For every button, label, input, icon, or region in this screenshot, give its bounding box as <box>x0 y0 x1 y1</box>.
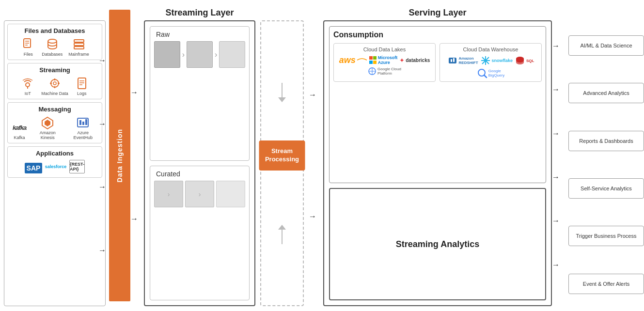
kinesis-icon-item: Amazon Kinesis <box>33 116 63 140</box>
reports-dashboards-box: Reports & Dashboards <box>568 131 644 151</box>
sources-panel: Files and Databases Files Databases <box>4 20 106 306</box>
rest-api-icon: {REST-API} <box>69 160 85 173</box>
svg-point-4 <box>48 39 57 43</box>
streaming-title: Streaming <box>12 66 98 74</box>
snowflake-logo: snowflake <box>480 55 513 66</box>
raw-title: Raw <box>154 31 245 38</box>
streaming-analytics-zone: Streaming Analytics <box>329 188 546 300</box>
svg-line-36 <box>484 75 487 78</box>
databases-icon-item: Databases <box>42 37 63 57</box>
source-group-messaging: Messaging kafka Kafka Amazon Kinesis <box>7 102 102 143</box>
streaming-layer-title: Streaming Layer <box>165 8 234 18</box>
svg-point-10 <box>51 79 59 87</box>
stream-processing-label: Stream Processing <box>265 147 299 163</box>
svg-rect-24 <box>82 122 84 125</box>
streaming-layer-box: Raw › › Curated › › <box>144 20 255 306</box>
cloud-data-warehouse: Cloud Data Warehouse AmazonREDSHIFT snow… <box>440 43 542 82</box>
kafka-label: Kafka <box>14 135 25 140</box>
arrow-to-ss: → <box>552 173 566 182</box>
ai-ml-box: AI/ML & Data Science <box>568 35 644 56</box>
databricks-logo: ✦ databricks <box>399 57 430 64</box>
src-arrow-2: → <box>98 120 109 128</box>
source-group-files: Files and Databases Files Databases <box>7 24 102 60</box>
src-arrow-4: → <box>98 246 109 255</box>
raw-chevron-1: › <box>182 50 185 59</box>
streaming-layer-col: Streaming Layer Raw › › Curated › › <box>144 5 255 306</box>
eventhub-label: Azure EventHub <box>68 130 98 140</box>
curated-block-2: › <box>185 181 214 207</box>
bigquery-logo: GoogleBigQuery <box>477 68 504 78</box>
analytics-panel: AI/ML & Data Science Advanced Analytics … <box>566 5 644 306</box>
mainframe-icon-item: Mainframe <box>68 37 89 57</box>
azure-logo: MicrosoftAzure <box>369 55 398 65</box>
svg-rect-23 <box>79 120 81 125</box>
consumption-zone: Consumption Cloud Data Lakes aws <box>329 26 546 183</box>
svg-rect-6 <box>74 43 84 46</box>
trigger-business-label: Trigger Business Process <box>576 233 637 239</box>
cloud-warehouse-title: Cloud Data Warehouse <box>443 47 538 52</box>
raw-block-1 <box>154 41 180 68</box>
curated-block-3 <box>216 181 245 207</box>
svg-rect-28 <box>451 59 452 62</box>
ingestion-arrows-col: → → <box>130 5 144 306</box>
sp-arrow-1: → <box>309 91 323 99</box>
serving-layer-col: Serving Layer Consumption Cloud Data Lak… <box>323 5 552 306</box>
self-service-box: Self-Service Analytics <box>568 178 644 199</box>
self-service-label: Self-Service Analytics <box>581 185 632 192</box>
cloud-sections: Cloud Data Lakes aws <box>333 43 542 82</box>
aws-logo: aws <box>339 56 367 64</box>
salesforce-icon-item: salesforce <box>48 160 63 174</box>
curated-title: Curated <box>154 170 245 178</box>
applications-title: Applications <box>12 150 98 157</box>
sp-up-arrow <box>278 225 286 244</box>
sp-arrows-col: → → <box>309 5 323 306</box>
databases-label: Databases <box>42 52 63 57</box>
diagram-container: Files and Databases Files Databases <box>0 0 644 311</box>
curated-zone: Curated › › <box>150 166 250 300</box>
cloud-lakes-title: Cloud Data Lakes <box>337 47 432 52</box>
iot-icon <box>20 77 35 90</box>
event-offer-box: Event & Offer Alerts <box>568 274 644 294</box>
serving-layer-title-row: Serving Layer <box>323 5 552 20</box>
raw-chevron-2: › <box>215 50 217 59</box>
databases-icon <box>45 37 60 51</box>
arrow-to-adv: → <box>552 85 566 94</box>
logs-icon <box>74 77 90 90</box>
raw-zone: Raw › › <box>150 26 250 161</box>
serving-arrows-col: → → → → → → <box>552 5 566 306</box>
src-arrow-1: → <box>98 56 109 65</box>
kafka-icon-item: kafka Kafka <box>12 121 27 140</box>
trigger-business-box: Trigger Business Process <box>568 226 644 246</box>
logs-label: Logs <box>77 91 87 96</box>
iot-label: IoT <box>25 91 31 96</box>
machine-data-label: Machine Data <box>41 91 68 96</box>
files-icon-item: Files <box>20 37 36 57</box>
svg-rect-16 <box>78 78 86 89</box>
svg-rect-5 <box>74 40 84 42</box>
streaming-layer-title-row: Streaming Layer <box>144 5 255 20</box>
machine-data-icon-item: Machine Data <box>41 77 68 96</box>
ingestion-label: Data Ingestion <box>116 129 124 182</box>
kinesis-label: Amazon Kinesis <box>33 130 63 140</box>
source-group-applications: Applications SAP salesforce {REST-API} <box>7 146 102 178</box>
svg-rect-7 <box>74 47 84 49</box>
src-arrow-3: → <box>98 183 109 191</box>
gcp-logo: Google CloudPlatform <box>368 67 401 76</box>
sap-icon: SAP <box>25 163 42 173</box>
ai-ml-label: AI/ML & Data Science <box>580 42 632 49</box>
ingestion-arrow-1: → <box>130 88 144 97</box>
svg-point-8 <box>26 83 30 87</box>
mainframe-label: Mainframe <box>68 52 89 57</box>
kafka-icon: kafka <box>12 121 27 134</box>
arrow-to-ai: → <box>552 42 566 50</box>
redshift-logo: AmazonREDSHIFT <box>447 55 478 66</box>
source-group-streaming: Streaming IoT Machine Data <box>7 63 102 99</box>
serving-layer-box: Consumption Cloud Data Lakes aws <box>323 20 552 306</box>
curated-block-1: › <box>154 181 183 207</box>
arrow-to-event: → <box>552 261 566 269</box>
arrow-to-rep: → <box>552 129 566 138</box>
logs-icon-item: Logs <box>74 77 90 96</box>
eventhub-icon-item: Azure EventHub <box>68 116 98 140</box>
svg-rect-25 <box>85 119 87 125</box>
raw-block-2 <box>187 41 213 68</box>
